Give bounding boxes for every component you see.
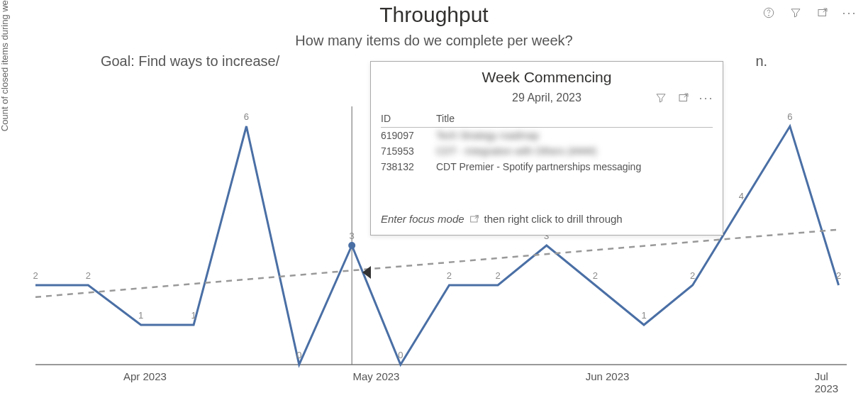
col-title: Title [436, 111, 713, 128]
table-row[interactable]: 738132CDT Premier - Spotify partnerships… [381, 159, 713, 175]
chart-header: Throughput How many items do we complete… [0, 0, 868, 70]
more-options-icon[interactable]: ··· [700, 92, 713, 104]
focus-mode-icon[interactable] [816, 6, 830, 20]
filter-icon[interactable] [655, 92, 667, 104]
cell-id: 715953 [381, 143, 436, 159]
tooltip-table: ID Title 619097Tech Strategy roadmap7159… [381, 111, 713, 175]
tooltip-title: Week Commencing [381, 69, 713, 86]
focus-mode-icon [469, 214, 480, 225]
x-tick-label: Jun 2023 [586, 370, 630, 382]
table-row[interactable]: 715953CDT - Integration with Others (###… [381, 143, 713, 159]
throughput-chart-widget: Throughput How many items do we complete… [0, 0, 868, 393]
y-axis-label: Count of closed items during week [0, 0, 10, 131]
tooltip-subtitle: 29 April, 2023 [512, 92, 582, 104]
drillthrough-tooltip: Week Commencing 29 April, 2023 ··· ID Ti… [370, 61, 723, 236]
svg-point-1 [769, 15, 769, 16]
more-options-icon[interactable]: ··· [842, 6, 857, 20]
goal-text-prefix: Goal: Find ways to increase/ [101, 53, 279, 69]
chart-title: Throughput [0, 3, 868, 27]
tooltip-pointer [362, 266, 371, 279]
x-tick-label: Jul 2023 [815, 370, 838, 393]
chart-toolbar: ··· [762, 6, 857, 20]
goal-text-suffix: n. [755, 53, 767, 69]
cell-title: CDT - Integration with Others (####) [436, 143, 713, 159]
chart-subtitle: How many items do we complete per week? [0, 33, 868, 49]
x-tick-label: Apr 2023 [123, 370, 167, 382]
x-tick-label: May 2023 [353, 370, 400, 382]
cell-id: 619097 [381, 128, 436, 144]
focus-mode-icon[interactable] [677, 92, 690, 104]
filter-icon[interactable] [789, 6, 803, 20]
svg-point-5 [348, 242, 355, 249]
cell-id: 738132 [381, 159, 436, 175]
footer-rest-text: then right click to drill through [484, 213, 623, 225]
tooltip-footer: Enter focus mode then right click to dri… [381, 213, 713, 225]
cell-title: Tech Strategy roadmap [436, 128, 713, 144]
cell-title: CDT Premier - Spotify partnerships messa… [436, 159, 713, 175]
table-row[interactable]: 619097Tech Strategy roadmap [381, 128, 713, 144]
col-id: ID [381, 111, 436, 128]
x-axis-ticks: Apr 2023May 2023Jun 2023Jul 2023 [35, 370, 847, 387]
footer-focus-text: Enter focus mode [381, 213, 464, 225]
tooltip-toolbar: ··· [655, 92, 713, 104]
help-icon[interactable] [762, 6, 776, 20]
